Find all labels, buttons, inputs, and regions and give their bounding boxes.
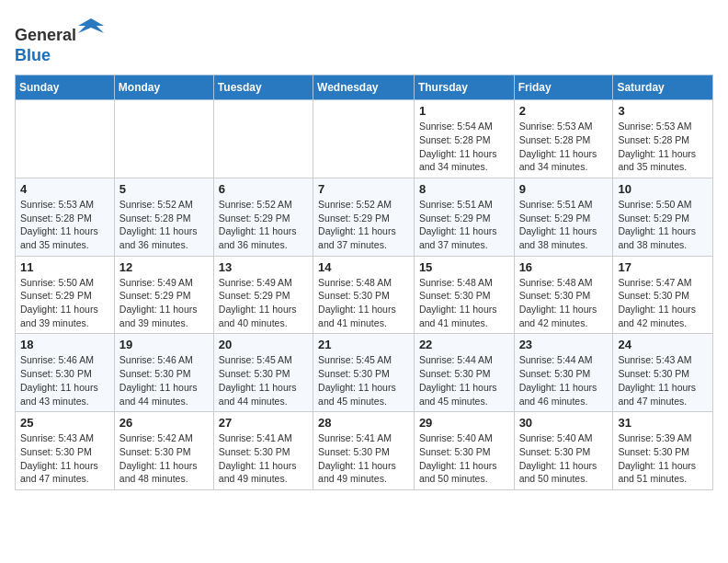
day-info: Sunrise: 5:49 AM Sunset: 5:29 PM Dayligh…: [219, 276, 308, 330]
day-info: Sunrise: 5:43 AM Sunset: 5:30 PM Dayligh…: [20, 431, 109, 486]
day-number: 2: [519, 104, 609, 118]
week-row-3: 11Sunrise: 5:50 AM Sunset: 5:29 PM Dayli…: [16, 256, 713, 334]
week-row-4: 18Sunrise: 5:46 AM Sunset: 5:30 PM Dayli…: [16, 334, 713, 412]
day-info: Sunrise: 5:52 AM Sunset: 5:28 PM Dayligh…: [119, 198, 209, 252]
day-cell: 20Sunrise: 5:45 AM Sunset: 5:30 PM Dayli…: [213, 334, 313, 412]
day-cell: 21Sunrise: 5:45 AM Sunset: 5:30 PM Dayli…: [313, 334, 415, 412]
day-number: 15: [419, 260, 509, 274]
day-number: 29: [419, 416, 509, 430]
day-info: Sunrise: 5:39 AM Sunset: 5:30 PM Dayligh…: [618, 431, 708, 486]
day-info: Sunrise: 5:48 AM Sunset: 5:30 PM Dayligh…: [419, 276, 509, 330]
day-number: 14: [318, 260, 409, 274]
day-info: Sunrise: 5:51 AM Sunset: 5:29 PM Dayligh…: [519, 198, 609, 252]
day-number: 10: [618, 182, 708, 196]
day-info: Sunrise: 5:49 AM Sunset: 5:29 PM Dayligh…: [119, 276, 209, 330]
logo-general: General: [15, 26, 76, 44]
day-info: Sunrise: 5:50 AM Sunset: 5:29 PM Dayligh…: [20, 276, 109, 330]
day-cell: 28Sunrise: 5:41 AM Sunset: 5:30 PM Dayli…: [313, 412, 415, 490]
day-cell: 2Sunrise: 5:53 AM Sunset: 5:28 PM Daylig…: [514, 100, 613, 178]
day-number: 9: [519, 182, 609, 196]
weekday-header-sunday: Sunday: [16, 75, 115, 100]
day-info: Sunrise: 5:51 AM Sunset: 5:29 PM Dayligh…: [419, 198, 509, 252]
day-cell: 7Sunrise: 5:52 AM Sunset: 5:29 PM Daylig…: [313, 178, 415, 256]
day-number: 18: [20, 338, 109, 351]
logo-bird-icon: [78, 15, 104, 40]
day-number: 3: [618, 104, 708, 118]
day-number: 28: [318, 416, 409, 430]
day-info: Sunrise: 5:44 AM Sunset: 5:30 PM Dayligh…: [519, 353, 609, 408]
day-info: Sunrise: 5:52 AM Sunset: 5:29 PM Dayligh…: [219, 198, 308, 252]
week-row-1: 1Sunrise: 5:54 AM Sunset: 5:28 PM Daylig…: [16, 100, 713, 178]
day-cell: [313, 100, 415, 178]
day-cell: 31Sunrise: 5:39 AM Sunset: 5:30 PM Dayli…: [613, 412, 713, 490]
weekday-header-friday: Friday: [514, 75, 613, 100]
day-number: 20: [219, 338, 308, 351]
day-info: Sunrise: 5:46 AM Sunset: 5:30 PM Dayligh…: [119, 353, 209, 408]
week-row-5: 25Sunrise: 5:43 AM Sunset: 5:30 PM Dayli…: [16, 412, 713, 490]
weekday-header-tuesday: Tuesday: [213, 75, 313, 100]
day-info: Sunrise: 5:47 AM Sunset: 5:30 PM Dayligh…: [618, 276, 708, 330]
day-number: 24: [618, 338, 708, 351]
day-number: 7: [318, 182, 409, 196]
day-number: 23: [519, 338, 609, 351]
day-cell: 22Sunrise: 5:44 AM Sunset: 5:30 PM Dayli…: [414, 334, 514, 412]
day-number: 16: [519, 260, 609, 274]
day-number: 4: [20, 182, 109, 196]
day-number: 22: [419, 338, 509, 351]
svg-marker-0: [78, 18, 104, 33]
day-number: 17: [618, 260, 708, 274]
day-info: Sunrise: 5:50 AM Sunset: 5:29 PM Dayligh…: [618, 198, 708, 252]
day-number: 5: [119, 182, 209, 196]
day-info: Sunrise: 5:48 AM Sunset: 5:30 PM Dayligh…: [318, 276, 409, 330]
day-cell: 14Sunrise: 5:48 AM Sunset: 5:30 PM Dayli…: [313, 256, 415, 334]
weekday-header-row: SundayMondayTuesdayWednesdayThursdayFrid…: [16, 75, 713, 100]
day-info: Sunrise: 5:45 AM Sunset: 5:30 PM Dayligh…: [318, 353, 409, 408]
day-number: 13: [219, 260, 308, 274]
day-cell: 4Sunrise: 5:53 AM Sunset: 5:28 PM Daylig…: [16, 178, 115, 256]
day-cell: 27Sunrise: 5:41 AM Sunset: 5:30 PM Dayli…: [213, 412, 313, 490]
day-number: 25: [20, 416, 109, 430]
day-cell: 29Sunrise: 5:40 AM Sunset: 5:30 PM Dayli…: [414, 412, 514, 490]
day-number: 27: [219, 416, 308, 430]
day-info: Sunrise: 5:40 AM Sunset: 5:30 PM Dayligh…: [519, 431, 609, 486]
day-cell: 16Sunrise: 5:48 AM Sunset: 5:30 PM Dayli…: [514, 256, 613, 334]
logo-blue: Blue: [15, 46, 51, 64]
day-cell: 11Sunrise: 5:50 AM Sunset: 5:29 PM Dayli…: [16, 256, 115, 334]
day-number: 26: [119, 416, 209, 430]
day-cell: 1Sunrise: 5:54 AM Sunset: 5:28 PM Daylig…: [414, 100, 514, 178]
day-number: 31: [618, 416, 708, 430]
day-cell: 26Sunrise: 5:42 AM Sunset: 5:30 PM Dayli…: [114, 412, 213, 490]
day-number: 21: [318, 338, 409, 351]
day-cell: 19Sunrise: 5:46 AM Sunset: 5:30 PM Dayli…: [114, 334, 213, 412]
day-info: Sunrise: 5:53 AM Sunset: 5:28 PM Dayligh…: [519, 120, 609, 174]
day-cell: 3Sunrise: 5:53 AM Sunset: 5:28 PM Daylig…: [613, 100, 713, 178]
day-cell: 13Sunrise: 5:49 AM Sunset: 5:29 PM Dayli…: [213, 256, 313, 334]
day-info: Sunrise: 5:44 AM Sunset: 5:30 PM Dayligh…: [419, 353, 509, 408]
day-info: Sunrise: 5:53 AM Sunset: 5:28 PM Dayligh…: [20, 198, 109, 252]
day-number: 12: [119, 260, 209, 274]
logo: General Blue: [15, 15, 104, 65]
day-info: Sunrise: 5:41 AM Sunset: 5:30 PM Dayligh…: [219, 431, 308, 486]
weekday-header-saturday: Saturday: [613, 75, 713, 100]
day-number: 8: [419, 182, 509, 196]
day-cell: 10Sunrise: 5:50 AM Sunset: 5:29 PM Dayli…: [613, 178, 713, 256]
day-cell: [114, 100, 213, 178]
day-info: Sunrise: 5:48 AM Sunset: 5:30 PM Dayligh…: [519, 276, 609, 330]
calendar-table: SundayMondayTuesdayWednesdayThursdayFrid…: [15, 75, 713, 490]
weekday-header-monday: Monday: [114, 75, 213, 100]
day-info: Sunrise: 5:53 AM Sunset: 5:28 PM Dayligh…: [618, 120, 708, 174]
day-number: 19: [119, 338, 209, 351]
page-header: General Blue: [15, 15, 713, 65]
day-number: 30: [519, 416, 609, 430]
weekday-header-wednesday: Wednesday: [313, 75, 415, 100]
day-info: Sunrise: 5:42 AM Sunset: 5:30 PM Dayligh…: [119, 431, 209, 486]
day-info: Sunrise: 5:52 AM Sunset: 5:29 PM Dayligh…: [318, 198, 409, 252]
day-cell: 25Sunrise: 5:43 AM Sunset: 5:30 PM Dayli…: [16, 412, 115, 490]
day-cell: 8Sunrise: 5:51 AM Sunset: 5:29 PM Daylig…: [414, 178, 514, 256]
day-cell: 17Sunrise: 5:47 AM Sunset: 5:30 PM Dayli…: [613, 256, 713, 334]
day-cell: 30Sunrise: 5:40 AM Sunset: 5:30 PM Dayli…: [514, 412, 613, 490]
day-info: Sunrise: 5:40 AM Sunset: 5:30 PM Dayligh…: [419, 431, 509, 486]
week-row-2: 4Sunrise: 5:53 AM Sunset: 5:28 PM Daylig…: [16, 178, 713, 256]
day-cell: 12Sunrise: 5:49 AM Sunset: 5:29 PM Dayli…: [114, 256, 213, 334]
day-cell: 5Sunrise: 5:52 AM Sunset: 5:28 PM Daylig…: [114, 178, 213, 256]
